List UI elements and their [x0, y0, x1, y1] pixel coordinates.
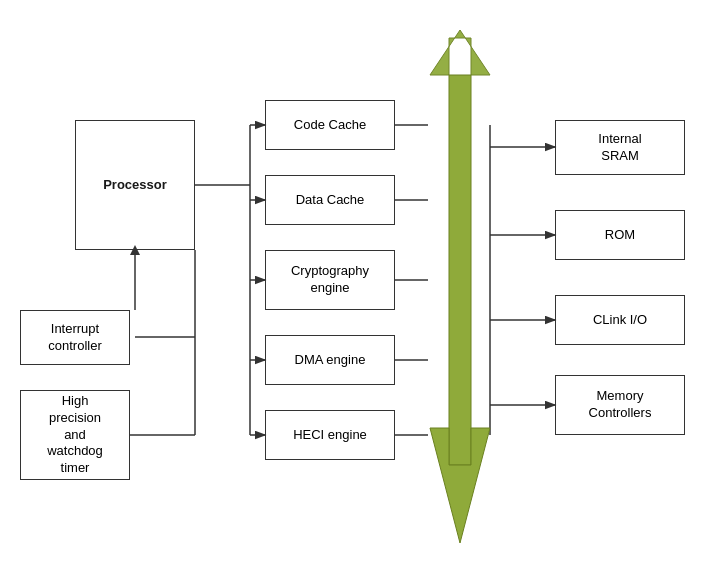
processor-label: Processor: [103, 177, 167, 194]
crypto-engine-box: Cryptographyengine: [265, 250, 395, 310]
data-cache-label: Data Cache: [296, 192, 365, 209]
clink-io-box: CLink I/O: [555, 295, 685, 345]
sram-label: InternalSRAM: [598, 131, 641, 165]
bus-label: Internal bus: [458, 232, 472, 282]
rom-label: ROM: [605, 227, 635, 244]
dma-label: DMA engine: [295, 352, 366, 369]
svg-marker-26: [430, 428, 490, 543]
watchdog-label: Highprecisionandwatchdogtimer: [47, 393, 103, 477]
code-cache-box: Code Cache: [265, 100, 395, 150]
heci-label: HECI engine: [293, 427, 367, 444]
processor-box: Processor: [75, 120, 195, 250]
memory-controllers-box: MemoryControllers: [555, 375, 685, 435]
clink-label: CLink I/O: [593, 312, 647, 329]
interrupt-controller-box: Interruptcontroller: [20, 310, 130, 365]
code-cache-label: Code Cache: [294, 117, 366, 134]
mem-ctrl-label: MemoryControllers: [589, 388, 652, 422]
interrupt-label: Interruptcontroller: [48, 321, 101, 355]
crypto-label: Cryptographyengine: [291, 263, 369, 297]
rom-box: ROM: [555, 210, 685, 260]
watchdog-timer-box: Highprecisionandwatchdogtimer: [20, 390, 130, 480]
internal-sram-box: InternalSRAM: [555, 120, 685, 175]
svg-marker-24: [430, 30, 490, 75]
dma-engine-box: DMA engine: [265, 335, 395, 385]
block-diagram: Processor Interruptcontroller Highprecis…: [0, 0, 714, 571]
heci-engine-box: HECI engine: [265, 410, 395, 460]
data-cache-box: Data Cache: [265, 175, 395, 225]
